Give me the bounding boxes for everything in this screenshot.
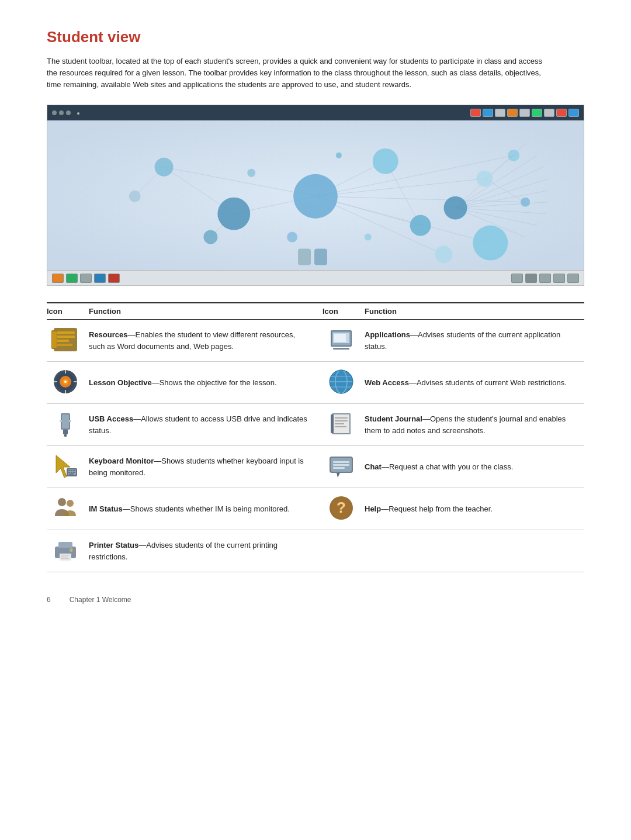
sim-bottom-icon-1 [52,274,64,283]
svg-point-29 [203,230,217,244]
svg-rect-96 [333,461,349,463]
col-header-icon1: Icon [47,303,89,320]
svg-point-40 [287,232,297,243]
svg-rect-79 [335,417,348,419]
page-footer: 6 Chapter 1 Welcome [47,596,584,604]
svg-rect-43 [314,249,327,265]
svg-rect-106 [58,542,72,548]
text-chat: Chat—Request a chat with you or the clas… [365,446,584,488]
svg-rect-89 [73,470,75,471]
svg-rect-87 [68,470,70,471]
sim-bottom-icon-6 [511,274,523,283]
svg-rect-83 [331,414,334,433]
svg-rect-74 [64,434,67,437]
svg-rect-93 [69,473,74,475]
sim-tb-dot-3 [66,110,71,115]
sim-tb-icon-9 [568,109,579,117]
intro-paragraph: The student toolbar, located at the top … [47,56,549,91]
svg-rect-54 [334,334,346,342]
sim-tb-icon-6 [532,109,542,117]
svg-rect-72 [62,414,69,428]
sim-bottom-right-icons [511,274,579,283]
sim-toolbar-left: ● [52,110,80,116]
text-help: Help—Request help from the teacher. [365,488,584,530]
text-imstatus: IM Status—Shows students whether IM is b… [89,488,323,530]
svg-rect-108 [61,555,70,556]
screenshot-image: ● [47,105,584,286]
table-row: Printer Status—Advises students of the c… [47,530,584,572]
icon-imstatus [47,488,89,530]
svg-rect-42 [298,249,311,265]
icon-empty [323,530,365,572]
svg-point-101 [67,500,74,507]
text-resources: Resources—Enables the student to view di… [89,320,323,362]
text-usb: USB Access—Allows student to access USB … [89,404,323,446]
svg-rect-47 [56,340,69,342]
svg-rect-90 [68,472,70,473]
svg-rect-97 [333,464,349,466]
text-applications: Applications—Advises students of the cur… [365,320,584,362]
svg-point-112 [72,549,75,551]
svg-point-41 [365,234,372,241]
svg-point-100 [58,498,66,506]
svg-rect-81 [335,423,344,424]
svg-point-39 [336,153,342,158]
svg-point-36 [473,226,508,261]
sim-toolbar: ● [47,105,584,120]
icon-lesson [47,362,89,404]
icon-printer [47,530,89,572]
sim-tb-icon-1 [470,109,481,117]
sim-bottombar [47,270,584,285]
svg-point-27 [155,158,174,177]
svg-rect-92 [73,472,75,473]
svg-point-28 [129,191,141,202]
icon-keyboard [47,446,89,488]
icon-chat [323,446,365,488]
table-row: USB Access—Allows student to access USB … [47,404,584,446]
svg-point-26 [217,198,250,230]
icon-help: ? [323,488,365,530]
svg-rect-82 [335,426,346,427]
sim-tb-dot-2 [59,110,64,115]
col-header-func1: Function [89,303,323,320]
sim-tb-dot-1 [52,110,57,115]
page-title: Student view [47,28,584,46]
icon-webaccess [323,362,365,404]
sim-tb-icon-7 [544,109,554,117]
svg-rect-80 [335,420,348,421]
sim-bottom-icon-10 [567,274,579,283]
sim-bottom-icon-9 [553,274,565,283]
sim-toolbar-right [470,109,579,117]
sim-bottom-icon-8 [539,274,551,283]
table-row: Lesson Objective—Shows the objective for… [47,362,584,404]
icon-resources [47,320,89,362]
svg-text:?: ? [337,499,346,516]
text-lesson: Lesson Objective—Shows the objective for… [89,362,323,404]
sim-tb-icon-5 [519,109,530,117]
network-visualization [47,120,584,272]
text-journal: Student Journal—Opens the student's jour… [365,404,584,446]
svg-rect-110 [61,558,69,559]
table-row: IM Status—Shows students whether IM is b… [47,488,584,530]
col-header-icon2: Icon [323,303,365,320]
svg-marker-99 [337,473,340,478]
svg-rect-91 [71,472,72,473]
svg-rect-46 [56,336,75,338]
svg-rect-109 [61,556,68,558]
text-keyboard: Keyboard Monitor—Shows students whether … [89,446,323,488]
svg-rect-73 [63,430,68,434]
text-webaccess: Web Access—Advises students of current W… [365,362,584,404]
footer-page-number: 6 [47,596,51,604]
svg-rect-75 [60,420,62,422]
svg-rect-76 [69,420,71,422]
sim-bottom-icon-2 [66,274,78,283]
icon-function-table: Icon Function Icon Function [47,302,584,572]
col-header-func2: Function [365,303,584,320]
icon-usb [47,404,89,446]
svg-rect-48 [56,344,72,346]
svg-point-25 [293,174,338,219]
svg-point-34 [521,198,530,207]
icon-applications [323,320,365,362]
sim-app-name: ● [77,110,80,116]
sim-bottom-icon-3 [80,274,92,283]
